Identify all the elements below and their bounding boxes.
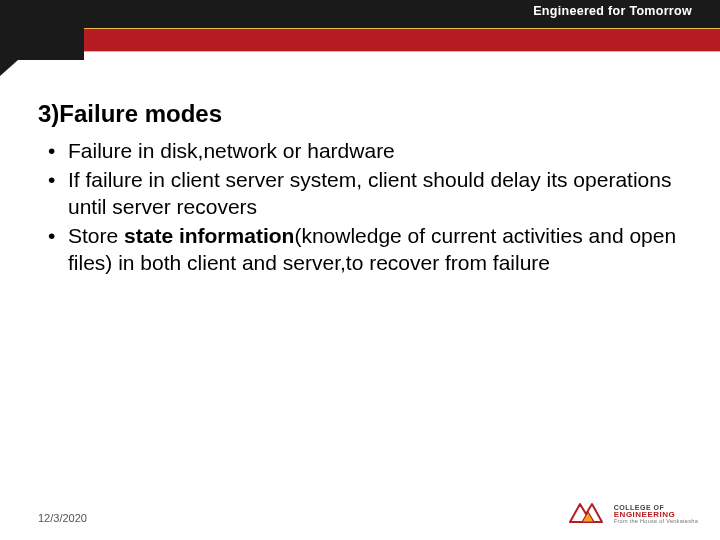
- slide: Engineered for Tomorrow 3)Failure modes …: [0, 0, 720, 540]
- list-item: Failure in disk,network or hardware: [48, 138, 690, 165]
- list-item: Store state information(knowledge of cur…: [48, 223, 690, 277]
- bullet-list: Failure in disk,network or hardware If f…: [48, 138, 690, 276]
- bullet-prefix: Store: [68, 224, 124, 247]
- logo-text: COLLEGE OF ENGINEERING From the House of…: [614, 504, 698, 525]
- left-square-notch: [0, 60, 18, 76]
- footer-logo: COLLEGE OF ENGINEERING From the House of…: [568, 500, 698, 528]
- content-area: 3)Failure modes Failure in disk,network …: [38, 100, 690, 278]
- left-square: [0, 0, 84, 60]
- bullet-bold: state information: [124, 224, 294, 247]
- footer-date: 12/3/2020: [38, 512, 87, 524]
- logo-line3: From the House of Venkatesha: [614, 519, 698, 525]
- bullet-text: Failure in disk,network or hardware: [68, 139, 395, 162]
- red-band: [0, 28, 720, 52]
- logo-mark-icon: [568, 500, 608, 528]
- tagline-text: Engineered for Tomorrow: [533, 4, 692, 18]
- list-item: If failure in client server system, clie…: [48, 167, 690, 221]
- bullet-text: If failure in client server system, clie…: [68, 168, 671, 218]
- slide-heading: 3)Failure modes: [38, 100, 690, 128]
